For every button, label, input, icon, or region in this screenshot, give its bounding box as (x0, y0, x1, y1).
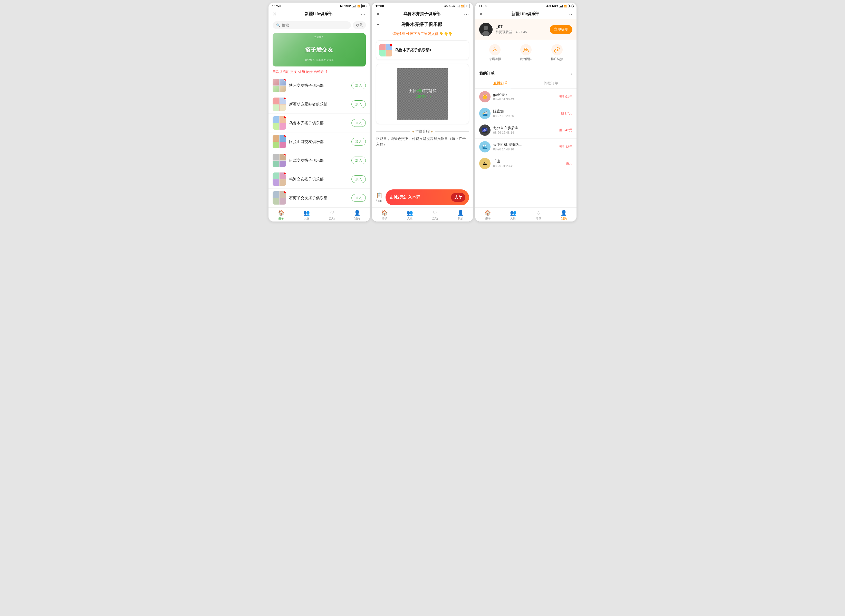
home-icon-2: 🏠 (381, 210, 388, 216)
tab-direct-label: 直推订单 (493, 81, 508, 85)
screen-3: 11:59 3.28 KB/s 📶 81 ✕ 新疆Life俱乐部 ··· (475, 3, 577, 221)
qr-wrapper: 支付2元后可进群 点击支付> (397, 68, 448, 120)
club-name-2: 乌鲁木齐搭子俱乐部 (289, 121, 348, 126)
order-time-3: 08-26 14:48:16 (493, 148, 556, 151)
nav-label-tazi-3: 搭子 (485, 217, 491, 220)
action-team[interactable]: 我的团队 (510, 44, 541, 62)
heart-icon-3: ♡ (536, 210, 541, 216)
join-button-5[interactable]: 加入 (351, 175, 366, 183)
join-button-0[interactable]: 加入 (351, 82, 366, 89)
order-item-4: ⛰ 千山 08-25 01:23:41 赚元 (475, 155, 577, 172)
battery-3: 81 (568, 4, 573, 8)
banner-title-1: 搭子爱交友 (305, 46, 333, 54)
nav-item-tazi-2[interactable]: 🏠 搭子 (372, 210, 398, 220)
list-item: 乌鲁木齐搭子俱乐部 加入 (268, 114, 370, 132)
pay-amount: 2元 (416, 89, 422, 93)
more-icon-3[interactable]: ··· (567, 11, 572, 17)
time-3: 11:59 (479, 4, 487, 8)
more-icon-1[interactable]: ··· (361, 11, 366, 17)
nav-item-activity[interactable]: ♡ 活动 (319, 210, 345, 220)
svg-point-4 (524, 48, 526, 50)
s2-hint: 请进1群 长按下方二维码入群 👇👇👇 (372, 29, 473, 38)
order-info-0: ვω於美♀ 08-28 01:30:49 (493, 92, 556, 101)
close-icon-1[interactable]: ✕ (273, 11, 276, 17)
nav-label-activity: 活动 (329, 217, 335, 220)
pay-link[interactable]: 点击支付> (414, 94, 431, 99)
nav-item-activity-2[interactable]: ♡ 活动 (422, 210, 448, 220)
order-avatar-3: 🌊 (479, 141, 490, 153)
nav-item-renmai-3[interactable]: 👥 人脉 (500, 210, 526, 220)
s3-orders-section: 我的订单 › (475, 67, 577, 79)
join-button-2[interactable]: 加入 (351, 119, 366, 127)
nav-item-renmai[interactable]: 👥 人脉 (294, 210, 319, 220)
nav-item-mine[interactable]: 👤 我的 (345, 210, 370, 220)
list-item: 新疆萌宠爱好者俱乐部 加入 (268, 95, 370, 114)
join-button-1[interactable]: 加入 (351, 100, 366, 108)
signal-text-1: 13.7 KB/s (340, 4, 351, 7)
s2-group-avatar (379, 44, 392, 56)
badge-red (284, 173, 286, 175)
list-item: 博州交友搭子俱乐部 加入 (268, 76, 370, 95)
order-earn-4: 赚元 (566, 161, 572, 166)
order-earn-3: 赚8.42元 (559, 145, 572, 149)
link-icon (552, 44, 563, 56)
order-list: 🐱 ვω於美♀ 08-28 01:30:49 赚8.91元 🚄 陈庭鑫 08-2… (475, 88, 577, 172)
order-info-1: 陈庭鑫 08-27 13:29:26 (493, 109, 559, 118)
action-link[interactable]: 推广链接 (541, 44, 572, 62)
orders-arrow[interactable]: › (571, 71, 572, 76)
more-icon-2[interactable]: ··· (464, 11, 469, 17)
pay-sub-button[interactable]: 支付 (451, 193, 465, 202)
signal-text-2: 226 KB/s (444, 4, 455, 7)
nav-item-activity-3[interactable]: ♡ 活动 (526, 210, 552, 220)
pay-main-button[interactable]: 支付2元进入本群 支付 (386, 189, 469, 205)
avatar-image (479, 23, 493, 36)
bottom-nav-2: 🏠 搭子 👥 人脉 ♡ 活动 👤 我的 (372, 207, 473, 221)
nav-item-mine-2[interactable]: 👤 我的 (448, 210, 473, 220)
nav-item-mine-3[interactable]: 👤 我的 (551, 210, 577, 220)
join-button-4[interactable]: 加入 (351, 157, 366, 164)
status-icons-2: 226 KB/s 📶 81 (444, 4, 469, 8)
search-input-1[interactable] (282, 23, 347, 27)
order-button[interactable]: 📋 订单 (376, 192, 383, 203)
banner-1[interactable]: 欢迎加入 搭子爱交友 欢迎加入 点击此处有惊喜 (273, 33, 366, 66)
tab-direct[interactable]: 直推订单 (475, 79, 526, 88)
s2-group-header: ← 乌鲁木齐搭子俱乐部 (372, 19, 473, 29)
collect-button-1[interactable]: 收藏 (353, 21, 366, 29)
action-label-link: 推广链接 (551, 57, 563, 62)
intro-label-wrap: ● 本群介绍 ● (412, 129, 433, 134)
nav-item-tazi-3[interactable]: 🏠 搭子 (475, 210, 500, 220)
nav-label-mine-2: 我的 (458, 217, 463, 220)
club-avatar-4 (273, 154, 286, 167)
club-name-4: 伊犁交友搭子俱乐部 (289, 158, 348, 163)
badge-red (284, 116, 286, 118)
nav-item-tazi[interactable]: 🏠 搭子 (268, 210, 294, 220)
people-icon-2: 👥 (406, 210, 413, 216)
action-poster[interactable]: 专属海报 (479, 44, 510, 62)
badge-red (284, 135, 286, 137)
nav-label-activity-3: 活动 (536, 217, 541, 220)
order-info-2: 七分自在步后尘 08-26 15:48:14 (493, 126, 556, 135)
back-icon-2[interactable]: ← (376, 22, 380, 27)
heart-icon-2: ♡ (433, 210, 437, 216)
join-button-6[interactable]: 加入 (351, 194, 366, 202)
join-button-3[interactable]: 加入 (351, 138, 366, 145)
tab-indirect[interactable]: 间推订单 (526, 79, 577, 88)
search-wrap-1[interactable]: 🔍 (273, 21, 351, 29)
s2-group-card[interactable]: 乌鲁木齐搭子俱乐部1 (376, 40, 469, 60)
nav-label-renmai-3: 人脉 (510, 217, 516, 220)
user-icon: 👤 (354, 210, 360, 216)
order-avatar-0: 🐱 (479, 91, 490, 103)
nav-item-renmai-2[interactable]: 👥 人脉 (397, 210, 422, 220)
close-icon-2[interactable]: ✕ (376, 11, 380, 17)
badge-red (284, 98, 286, 100)
signal-text-3: 3.28 KB/s (546, 4, 558, 7)
qr-code-area: 支付2元后可进群 点击支付> (397, 68, 448, 120)
earnings-label: 待提现收益：¥ 27.45 (496, 30, 547, 34)
page-title-2: 乌鲁木齐搭子俱乐部 (403, 11, 440, 17)
s3-tabs: 直推订单 间推订单 (475, 79, 577, 88)
withdraw-button[interactable]: 立即提现 (550, 25, 572, 34)
qr-overlay: 支付2元后可进群 点击支付> (397, 68, 448, 120)
order-item-2: 🌌 七分自在步后尘 08-26 15:48:14 赚8.42元 (475, 122, 577, 139)
nav-label-activity-2: 活动 (432, 217, 438, 220)
close-icon-3[interactable]: ✕ (479, 11, 483, 17)
